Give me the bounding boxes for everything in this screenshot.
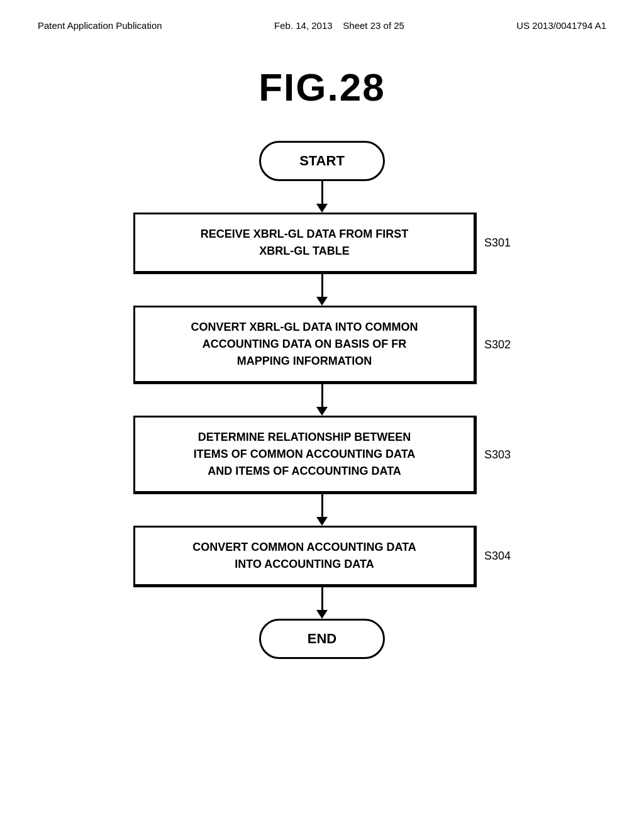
- arrow-3: [133, 384, 511, 416]
- step-s304-container: CONVERT COMMON ACCOUNTING DATAINTO ACCOU…: [133, 526, 511, 587]
- step-s303-box: DETERMINE RELATIONSHIP BETWEENITEMS OF C…: [133, 416, 477, 494]
- step-s301-container: RECEIVE XBRL-GL DATA FROM FIRSTXBRL-GL T…: [133, 213, 511, 274]
- flowchart: START RECEIVE XBRL-GL DATA FROM FIRSTXBR…: [133, 141, 511, 659]
- date-label: Feb. 14, 2013: [274, 20, 333, 31]
- patent-number-label: US 2013/0041794 A1: [516, 20, 606, 31]
- step-s304-num: S304: [484, 550, 511, 563]
- main-content: FIG.28 START RECEIVE XBRL-GL DATA FROM F…: [0, 40, 644, 684]
- header-right: US 2013/0041794 A1: [516, 19, 606, 33]
- step-s302-box: CONVERT XBRL-GL DATA INTO COMMONACCOUNTI…: [133, 306, 477, 384]
- step-s303-num: S303: [484, 448, 511, 462]
- step-s301-box: RECEIVE XBRL-GL DATA FROM FIRSTXBRL-GL T…: [133, 213, 477, 274]
- arrow-line: [321, 384, 323, 407]
- arrow-head: [316, 517, 328, 526]
- step-s303-label: DETERMINE RELATIONSHIP BETWEENITEMS OF C…: [194, 431, 416, 477]
- step-s304-box: CONVERT COMMON ACCOUNTING DATAINTO ACCOU…: [133, 526, 477, 587]
- end-capsule: END: [259, 619, 385, 659]
- arrow-4: [133, 494, 511, 526]
- sheet-label: Sheet 23 of 25: [343, 20, 404, 31]
- page-header: Patent Application Publication Feb. 14, …: [0, 0, 644, 40]
- start-capsule: START: [259, 141, 385, 181]
- arrow-1: [133, 181, 511, 213]
- step-s303-container: DETERMINE RELATIONSHIP BETWEENITEMS OF C…: [133, 416, 511, 494]
- arrow-line: [321, 274, 323, 297]
- arrow-head: [316, 297, 328, 306]
- header-left: Patent Application Publication: [38, 19, 162, 33]
- arrow-line: [321, 494, 323, 517]
- header-center: Feb. 14, 2013 Sheet 23 of 25: [274, 19, 404, 33]
- step-s302-container: CONVERT XBRL-GL DATA INTO COMMONACCOUNTI…: [133, 306, 511, 384]
- arrow-head: [316, 407, 328, 416]
- arrow-5: [133, 587, 511, 619]
- publication-label: Patent Application Publication: [38, 20, 162, 31]
- step-s301-label: RECEIVE XBRL-GL DATA FROM FIRSTXBRL-GL T…: [201, 228, 408, 257]
- arrow-line: [321, 181, 323, 204]
- step-s302-label: CONVERT XBRL-GL DATA INTO COMMONACCOUNTI…: [191, 321, 418, 367]
- patent-page: Patent Application Publication Feb. 14, …: [0, 0, 644, 830]
- step-s302-num: S302: [484, 338, 511, 351]
- figure-title: FIG.28: [258, 65, 386, 109]
- arrow-line: [321, 587, 323, 610]
- arrow-head: [316, 204, 328, 213]
- step-s301-num: S301: [484, 236, 511, 250]
- arrow-head: [316, 610, 328, 619]
- step-s304-label: CONVERT COMMON ACCOUNTING DATAINTO ACCOU…: [192, 541, 416, 570]
- arrow-2: [133, 274, 511, 306]
